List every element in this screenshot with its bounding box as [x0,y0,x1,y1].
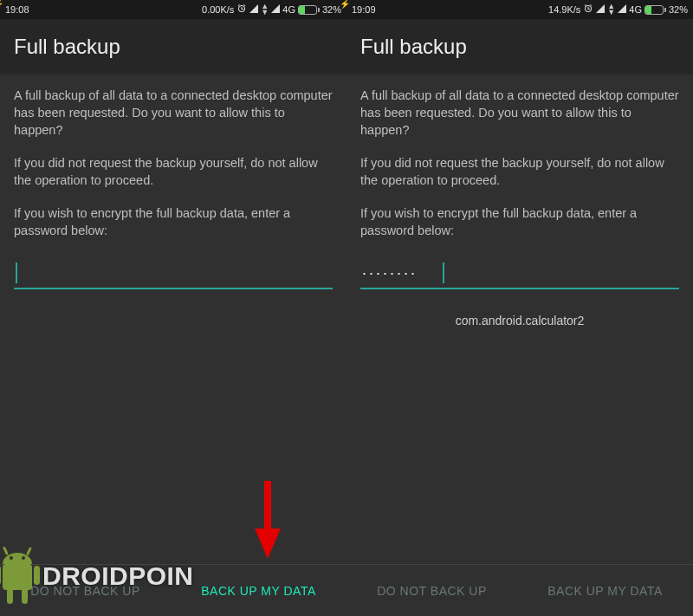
back-up-my-data-button[interactable]: BACK UP MY DATA [196,575,321,606]
status-time: 19:08 [5,4,29,15]
prompt-text-2: If you did not request the backup yourse… [14,154,333,189]
password-field-wrap [14,258,333,289]
screen-right: 19:09 14.9K/s ▲▼ 4G ⚡ 32% Full backup [346,0,693,616]
network-type: 4G [629,4,642,15]
status-right: 14.9K/s ▲▼ 4G ⚡ 32% [548,3,688,16]
battery-pct: 32% [669,4,688,15]
prompt-text-3: If you wish to encrypt the full backup d… [14,204,333,239]
do-not-back-up-button[interactable]: DO NOT BACK UP [372,575,492,606]
status-time: 19:09 [352,4,376,15]
action-bar: DO NOT BACK UP BACK UP MY DATA [346,564,693,616]
page-header: Full backup [346,19,693,75]
password-input[interactable] [360,258,679,289]
signal-icon [596,4,605,15]
status-right: 0.00K/s ▲▼ 4G ⚡ 32% [202,3,341,16]
page-header: Full backup [0,19,346,75]
screen-left: 19:08 0.00K/s ▲▼ 4G ⚡ 32% Full backup [0,0,346,616]
data-arrows-icon: ▲▼ [261,3,269,16]
current-package: com.android.calculator2 [360,314,679,327]
net-speed: 14.9K/s [548,4,580,15]
do-not-back-up-button[interactable]: DO NOT BACK UP [25,575,146,606]
password-field-wrap [360,258,679,289]
signal-icon [249,4,258,15]
back-up-my-data-button[interactable]: BACK UP MY DATA [542,575,668,606]
prompt-text-1: A full backup of all data to a connected… [360,87,679,139]
password-input[interactable] [14,258,333,289]
data-arrows-icon: ▲▼ [607,3,615,16]
battery-pct: 32% [322,4,341,15]
spacer [360,327,679,564]
signal-icon [618,4,626,15]
prompt-text-2: If you did not request the backup yourse… [360,154,679,189]
net-speed: 0.00K/s [202,4,234,15]
battery-icon: ⚡ [298,5,320,15]
content: A full backup of all data to a connected… [346,75,693,564]
prompt-text-1: A full backup of all data to a connected… [14,87,333,139]
screens-container: 19:08 0.00K/s ▲▼ 4G ⚡ 32% Full backup [0,0,693,616]
signal-icon [271,4,280,15]
alarm-icon [583,3,593,16]
action-bar: DO NOT BACK UP BACK UP MY DATA [0,564,346,616]
prompt-text-3: If you wish to encrypt the full backup d… [360,204,679,239]
content: A full backup of all data to a connected… [0,75,346,564]
page-title: Full backup [360,35,679,59]
spacer [14,314,333,564]
text-cursor [16,263,17,283]
battery-icon: ⚡ [644,5,666,15]
alarm-icon [236,3,247,16]
page-title: Full backup [14,35,333,59]
status-bar: 19:09 14.9K/s ▲▼ 4G ⚡ 32% [346,0,693,19]
status-bar: 19:08 0.00K/s ▲▼ 4G ⚡ 32% [0,0,346,19]
text-cursor [443,263,444,283]
network-type: 4G [282,4,295,15]
